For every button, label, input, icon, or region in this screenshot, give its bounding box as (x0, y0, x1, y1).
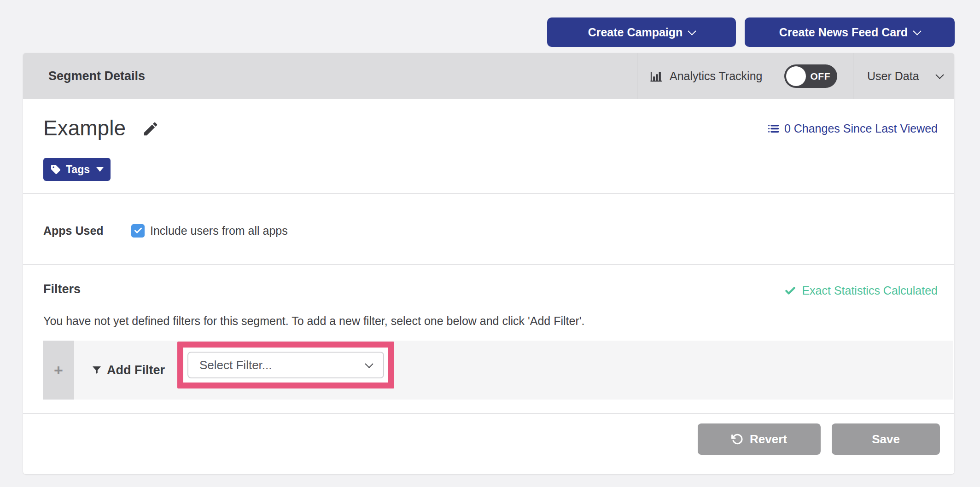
user-data-label: User Data (867, 70, 919, 83)
segment-details-panel: Segment Details Analytics Tracking OFF (23, 53, 954, 474)
annotation-highlight: Select Filter... (177, 342, 394, 388)
include-all-apps-label: Include users from all apps (150, 224, 288, 238)
edit-segment-name-button[interactable] (142, 120, 159, 138)
toggle-knob (786, 66, 806, 86)
filter-select[interactable]: Select Filter... (187, 352, 384, 378)
funnel-icon (91, 365, 102, 376)
chevron-down-icon (913, 27, 921, 35)
exact-statistics-label: Exact Statistics Calculated (802, 284, 938, 297)
user-data-dropdown[interactable]: User Data (867, 53, 943, 99)
add-filter-plus-button[interactable]: + (43, 341, 74, 400)
analytics-tracking-group: Analytics Tracking (649, 53, 762, 99)
create-campaign-label: Create Campaign (588, 26, 683, 39)
filter-select-value: Select Filter... (199, 358, 272, 372)
toggle-state-label: OFF (811, 64, 831, 88)
header-divider (853, 53, 853, 99)
revert-button[interactable]: Revert (698, 423, 821, 455)
header-divider (637, 53, 637, 99)
changes-since-last-viewed-link[interactable]: 0 Changes Since Last Viewed (767, 122, 938, 135)
tag-icon (50, 164, 61, 175)
chevron-down-icon (365, 359, 373, 368)
segment-name: Example (43, 116, 126, 140)
add-filter-label: Add Filter (107, 363, 165, 377)
create-news-feed-card-button[interactable]: Create News Feed Card (745, 17, 955, 47)
pencil-icon (142, 120, 159, 138)
create-news-feed-card-label: Create News Feed Card (779, 26, 908, 39)
save-button[interactable]: Save (832, 423, 940, 455)
page-title: Segment Details (48, 53, 145, 99)
include-all-apps-checkbox[interactable] (131, 224, 145, 238)
check-icon (784, 285, 796, 297)
page: Create Campaign Create News Feed Card Se… (0, 0, 980, 487)
panel-header: Segment Details Analytics Tracking OFF (23, 53, 954, 99)
add-filter-row: + Add Filter Select Filter... (43, 341, 953, 400)
apps-used-row: Apps Used Include users from all apps (43, 221, 288, 240)
changes-link-label: 0 Changes Since Last Viewed (784, 122, 938, 135)
rotate-ccw-icon (731, 433, 743, 445)
analytics-tracking-label: Analytics Tracking (670, 70, 762, 83)
add-filter-control[interactable]: Add Filter (91, 341, 165, 400)
section-divider (23, 413, 954, 414)
caret-down-icon (96, 167, 104, 172)
revert-button-label: Revert (750, 432, 787, 446)
plus-icon: + (54, 361, 63, 379)
list-icon (767, 122, 780, 135)
analytics-tracking-toggle[interactable]: OFF (784, 64, 837, 88)
save-button-label: Save (872, 432, 900, 446)
bar-chart-icon (649, 69, 663, 83)
filters-description: You have not yet defined filters for thi… (43, 314, 585, 328)
chevron-down-icon (935, 70, 944, 79)
section-divider (23, 193, 954, 194)
section-divider (23, 264, 954, 265)
check-icon (134, 226, 143, 235)
exact-statistics-status: Exact Statistics Calculated (784, 284, 938, 297)
apps-used-label: Apps Used (43, 224, 131, 238)
filters-heading: Filters (43, 282, 81, 296)
chevron-down-icon (688, 27, 696, 35)
tags-button-label: Tags (66, 163, 90, 176)
create-campaign-button[interactable]: Create Campaign (547, 17, 736, 47)
tags-button[interactable]: Tags (43, 158, 111, 181)
